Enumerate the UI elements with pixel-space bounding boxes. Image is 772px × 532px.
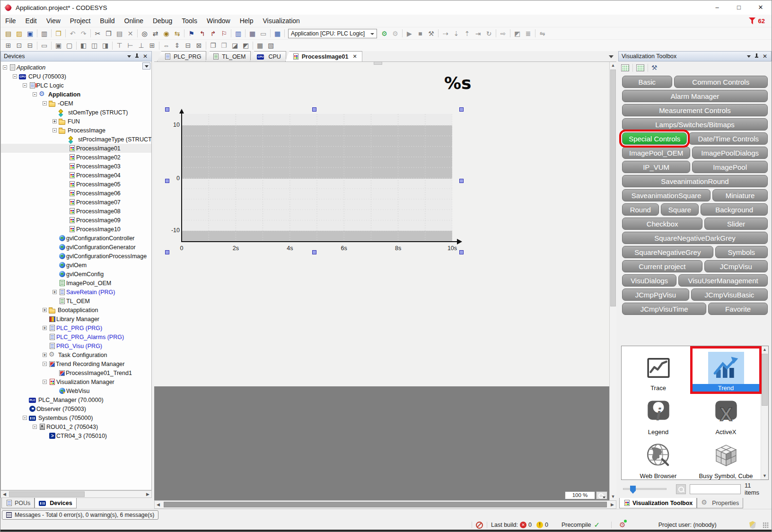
pin-icon[interactable] <box>135 53 139 59</box>
tree-expander[interactable]: - <box>33 425 37 429</box>
selection-handle[interactable] <box>459 250 464 254</box>
palette-item-trace[interactable]: Trace <box>624 348 692 392</box>
menu-project[interactable]: Project <box>65 15 96 27</box>
tree-item-processimage07[interactable]: ProcessImage07 <box>1 198 151 207</box>
panel-menu-icon[interactable] <box>127 55 131 60</box>
tree-item-processimage[interactable]: -ProcessImage <box>1 126 151 135</box>
bring-to-front-icon[interactable]: ❐ <box>208 40 219 51</box>
editor-vscrollbar[interactable]: ▲ ▼ <box>609 62 616 500</box>
logout-icon[interactable]: ⚙ <box>390 28 401 39</box>
print-icon[interactable]: ▥ <box>39 28 50 39</box>
category-jcmpvisubasic[interactable]: JCmpVisuBasic <box>691 288 768 301</box>
palette-item-web-browser[interactable]: Web Browser <box>624 436 692 480</box>
next-step-icon[interactable]: ⇨ <box>498 28 509 39</box>
panel-menu-icon[interactable] <box>747 55 751 60</box>
tree-item-processimage03[interactable]: ProcessImage03 <box>1 162 151 171</box>
category-background[interactable]: Background <box>701 203 768 216</box>
category-checkbox[interactable]: Checkbox <box>622 218 702 230</box>
category-imagepooldialogs[interactable]: ImagePoolDialogs <box>692 147 768 159</box>
tree-item-task-configuration[interactable]: +Task Configuration <box>1 350 151 359</box>
selection-handle[interactable] <box>312 250 316 254</box>
tree-expander[interactable]: + <box>53 290 57 294</box>
category-saveanimationsquare[interactable]: SaveanimationSquare <box>622 189 711 201</box>
cut-icon[interactable]: ✂ <box>92 28 103 39</box>
error-filter-icon[interactable] <box>749 17 756 25</box>
tree-item-processimage01-trend1[interactable]: ProcessImage01_Trend1 <box>1 368 151 377</box>
same-height-icon[interactable]: ⊠ <box>193 40 204 51</box>
ungroup-icon[interactable]: ▢ <box>64 40 75 51</box>
clear-bookmarks-icon[interactable]: ⚐ <box>219 28 229 39</box>
stop-icon[interactable]: ■ <box>415 28 426 39</box>
tree-item-visualization-manager[interactable]: -Visualization Manager <box>1 377 151 386</box>
selection-handle[interactable] <box>165 107 169 112</box>
tree-item-processimage01[interactable]: ProcessImage01 <box>1 144 151 153</box>
tree-item-application[interactable]: -Application <box>1 63 151 72</box>
tree-item-observer-705003[interactable]: Observer (705003) <box>1 404 151 413</box>
tree-item-gvlconfigurationprocessimage[interactable]: gvlConfigurationProcessImage <box>1 252 151 261</box>
tree-item-gvloem[interactable]: gvlOem <box>1 261 151 270</box>
align-center-icon[interactable]: ◫ <box>89 40 100 51</box>
tree-expander[interactable]: - <box>53 128 57 132</box>
hotkeys-icon[interactable]: ⊡ <box>14 40 25 51</box>
tree-item-trend-recording-manager[interactable]: -Trend Recording Manager <box>1 359 151 368</box>
menu-online[interactable]: Online <box>120 15 148 27</box>
step-out-icon[interactable]: ⇡ <box>462 28 473 39</box>
tree-item-fun[interactable]: +FUN <box>1 117 151 126</box>
open-project-icon[interactable]: ▨ <box>14 28 25 39</box>
category-common-controls[interactable]: Common Controls <box>674 76 768 88</box>
tree-item-plc-prg-prg[interactable]: +PLC_PRG (PRG) <box>1 323 151 332</box>
editor-tab-plc-prg[interactable]: PLC_PRG <box>157 51 206 61</box>
bookmark-icon[interactable]: ⚑ <box>186 28 197 39</box>
tree-expander[interactable]: - <box>43 101 47 105</box>
menu-help[interactable]: Help <box>235 15 258 27</box>
align-right-icon[interactable]: ◨ <box>100 40 111 51</box>
category-date-time-controls[interactable]: Date/Time Controls <box>689 132 768 145</box>
maximize-button[interactable]: □ <box>728 0 750 15</box>
send-to-back-icon[interactable]: ❐ <box>219 40 229 51</box>
tree-item-gvlconfigurationcontroller[interactable]: gvlConfigurationController <box>1 234 151 243</box>
run-to-cursor-icon[interactable]: ⇥ <box>473 28 483 39</box>
category-squarenegativedarkgrey[interactable]: SquareNegativeDarkGrey <box>622 232 768 244</box>
send-backward-icon[interactable]: ◩ <box>240 40 251 51</box>
panel-tab-properties[interactable]: Properties <box>697 498 743 508</box>
category-squarenegativegrey[interactable]: SquareNegativeGrey <box>622 246 713 258</box>
distribute-vertical-icon[interactable]: ⇕ <box>172 40 183 51</box>
menu-file[interactable]: File <box>0 15 21 27</box>
category-saveanimationround[interactable]: SaveanimationRound <box>622 175 768 187</box>
slider-thumb[interactable] <box>630 486 636 494</box>
messages-button[interactable]: Messages - Total 0 error(s), 0 warning(s… <box>2 510 158 520</box>
tree-expander[interactable]: - <box>33 92 37 96</box>
splitter-handle[interactable] <box>374 62 382 65</box>
minimize-button[interactable]: – <box>706 0 728 15</box>
menu-edit[interactable]: Edit <box>21 15 42 27</box>
search-icon[interactable] <box>676 484 686 494</box>
paste-icon[interactable]: ▤ <box>114 28 125 39</box>
delete-icon[interactable]: ✕ <box>125 28 136 39</box>
tree-expander[interactable]: - <box>23 83 27 87</box>
category-measurement-controls[interactable]: Measurement Controls <box>622 104 768 116</box>
tree-expander[interactable]: + <box>43 326 47 330</box>
tree-expander[interactable]: + <box>43 308 47 312</box>
size-to-grid-icon[interactable]: ⊞ <box>147 40 158 51</box>
category-jcmpvisu[interactable]: JCmpVisu <box>704 260 768 272</box>
close-tab-icon[interactable]: ✕ <box>352 53 357 60</box>
close-panel-icon[interactable]: ✕ <box>763 53 767 59</box>
previous-bookmark-icon[interactable]: ↰ <box>197 28 208 39</box>
login-icon[interactable]: ⚙ <box>379 28 390 39</box>
scrollbar-thumb[interactable] <box>762 354 768 406</box>
grid-view-icon[interactable] <box>621 64 629 71</box>
palette-item-activex[interactable]: XActiveX <box>692 392 760 436</box>
scroll-right-icon[interactable]: ▶ <box>609 501 616 508</box>
menu-tools[interactable]: Tools <box>177 15 202 27</box>
tree-expander[interactable]: + <box>43 353 47 357</box>
replace-in-project-icon[interactable]: ⇆ <box>172 28 183 39</box>
tree-item-processimage05[interactable]: ProcessImage05 <box>1 180 151 189</box>
step-over-icon[interactable]: ⇢ <box>440 28 451 39</box>
tree-item-cpu-705003[interactable]: -CPU (705003) <box>1 72 151 81</box>
tree-item-processimage10[interactable]: ProcessImage10 <box>1 225 151 234</box>
distribute-horizontal-icon[interactable]: ⇔ <box>161 40 172 51</box>
category-imagepool[interactable]: ImagePool <box>692 161 768 173</box>
selection-handle[interactable] <box>459 179 464 183</box>
copy-icon[interactable]: ❐ <box>103 28 114 39</box>
category-imagepool-oem[interactable]: ImagePool_OEM <box>622 147 690 159</box>
